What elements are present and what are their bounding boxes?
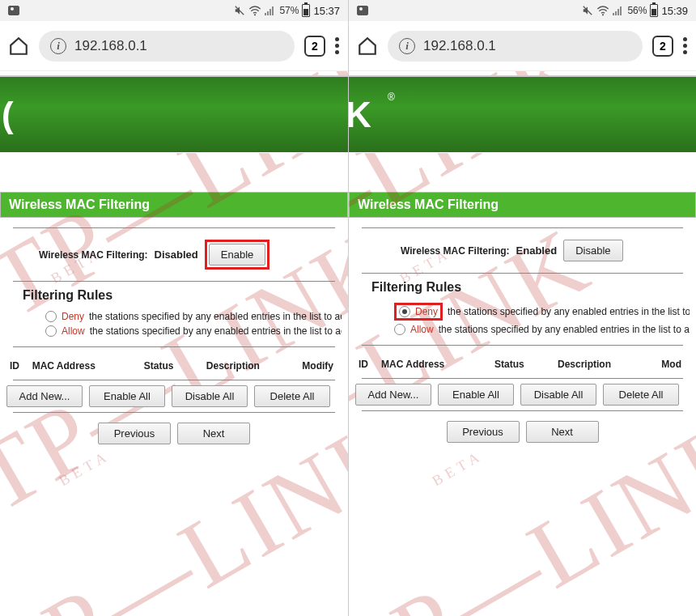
deny-word: Deny	[415, 306, 438, 317]
signal-icon	[613, 6, 624, 15]
logo-fragment: K	[349, 95, 371, 135]
wifi-icon	[248, 5, 261, 16]
allow-rule-row[interactable]: Allow the stations specified by any enab…	[6, 324, 342, 338]
section-title: Wireless MAC Filtering	[349, 192, 696, 218]
url-text: 192.168.0.1	[423, 38, 496, 54]
action-button-row: Add New... Enable All Disable All Delete…	[6, 380, 342, 412]
deny-rule-row[interactable]: Deny the stations specified by any enabl…	[355, 301, 690, 322]
router-header-band: (	[0, 75, 348, 153]
screenshot-left: 57% 15:37 i 192.168.0.1 2 TP—LINK BETA T…	[0, 0, 348, 616]
allow-radio[interactable]	[45, 325, 57, 337]
allow-rule-row[interactable]: Allow the stations specified by any enab…	[355, 322, 690, 337]
delete-all-button[interactable]: Delete All	[254, 385, 330, 407]
info-icon[interactable]: i	[50, 38, 66, 54]
next-button[interactable]: Next	[526, 421, 599, 443]
status-bar: 56% 15:39	[349, 0, 696, 21]
disable-all-button[interactable]: Disable All	[520, 384, 596, 406]
mac-filtering-status-row: Wireless MAC Filtering: Enabled Disable	[355, 228, 690, 273]
signal-icon	[265, 6, 276, 15]
more-icon[interactable]	[683, 37, 688, 54]
tab-count[interactable]: 2	[304, 36, 325, 57]
enable-all-button[interactable]: Enable All	[438, 384, 514, 406]
status-bar: 57% 15:37	[0, 0, 348, 21]
more-icon[interactable]	[335, 37, 340, 54]
router-page: TP—LINK BETA TP—LINK BETA TP—LINK K ® Wi…	[349, 71, 696, 616]
wifi-icon	[596, 5, 609, 16]
mute-icon	[234, 5, 245, 16]
pagination-row: Previous Next	[355, 411, 690, 452]
enable-highlight: Enable	[205, 240, 269, 270]
logo-reg-mark: ®	[388, 91, 395, 103]
allow-word: Allow	[410, 324, 434, 335]
deny-rule-row[interactable]: Deny the stations specified by any enabl…	[6, 309, 342, 324]
toggle-mac-filtering-button[interactable]: Disable	[563, 240, 622, 261]
col-description: Description	[206, 360, 302, 372]
filtering-rules-title: Filtering Rules	[6, 282, 342, 309]
allow-rest: the stations specified by any enabled en…	[439, 324, 690, 335]
status-label: Wireless MAC Filtering:	[401, 245, 510, 257]
delete-all-button[interactable]: Delete All	[603, 384, 679, 406]
deny-rest: the stations specified by any enabled en…	[89, 311, 342, 322]
logo-fragment: (	[2, 95, 14, 135]
browser-chrome: i 192.168.0.1 2	[349, 21, 696, 71]
col-status: Status	[494, 359, 558, 370]
pagination-row: Previous Next	[6, 413, 342, 454]
toggle-mac-filtering-button[interactable]: Enable	[209, 244, 265, 266]
col-id: ID	[10, 360, 32, 372]
deny-highlight: Deny	[394, 303, 443, 321]
add-new-button[interactable]: Add New...	[355, 384, 431, 406]
battery-icon	[650, 4, 658, 17]
tab-count[interactable]: 2	[652, 36, 673, 57]
allow-radio[interactable]	[394, 324, 405, 335]
deny-word: Deny	[62, 311, 84, 322]
address-bar[interactable]: i 192.168.0.1	[39, 31, 295, 62]
col-status: Status	[144, 360, 206, 372]
status-value: Disabled	[155, 249, 198, 261]
battery-pct: 56%	[627, 5, 647, 16]
col-description: Description	[558, 359, 655, 370]
clock: 15:37	[313, 5, 340, 17]
action-button-row: Add New... Enable All Disable All Delete…	[355, 379, 690, 410]
svg-point-3	[602, 14, 604, 15]
screenshot-right: 56% 15:39 i 192.168.0.1 2 TP—LINK BETA T…	[348, 0, 696, 616]
col-mac: MAC Address	[32, 360, 144, 372]
svg-point-1	[254, 14, 256, 15]
filtering-rules-title: Filtering Rules	[355, 274, 690, 301]
allow-rest: the stations specified by any enabled en…	[90, 325, 342, 337]
home-icon[interactable]	[8, 36, 29, 57]
previous-button[interactable]: Previous	[447, 421, 520, 443]
section-title: Wireless MAC Filtering	[0, 192, 348, 218]
col-modify: Modify	[302, 360, 338, 372]
next-button[interactable]: Next	[177, 423, 250, 444]
router-header-band: K ®	[349, 75, 696, 153]
gallery-icon	[357, 6, 368, 15]
deny-radio[interactable]	[45, 311, 57, 322]
col-modify: Mod	[655, 359, 686, 370]
deny-rest: the stations specified by any enabled en…	[448, 306, 690, 317]
disable-all-button[interactable]: Disable All	[172, 385, 248, 407]
url-text: 192.168.0.1	[74, 38, 147, 54]
battery-icon	[302, 4, 310, 17]
info-icon[interactable]: i	[399, 38, 415, 54]
mac-table-header: ID MAC Address Status Description Modify	[6, 347, 342, 380]
mac-filtering-status-row: Wireless MAC Filtering: Disabled Enable	[6, 228, 342, 281]
status-value: Enabled	[516, 244, 558, 257]
router-page: TP—LINK BETA TP—LINK BETA TP—LINK ( Wire…	[0, 71, 348, 616]
deny-radio[interactable]	[399, 306, 410, 317]
gallery-icon	[8, 6, 19, 15]
allow-word: Allow	[62, 325, 85, 337]
add-new-button[interactable]: Add New...	[6, 385, 83, 407]
previous-button[interactable]: Previous	[98, 423, 171, 444]
enable-all-button[interactable]: Enable All	[89, 385, 165, 407]
mute-icon	[582, 5, 593, 16]
home-icon[interactable]	[357, 36, 378, 57]
status-label: Wireless MAC Filtering:	[39, 249, 148, 261]
clock: 15:39	[661, 5, 688, 17]
mac-table-header: ID MAC Address Status Description Mod	[355, 346, 690, 378]
address-bar[interactable]: i 192.168.0.1	[388, 31, 643, 62]
battery-pct: 57%	[279, 5, 299, 16]
col-mac: MAC Address	[381, 359, 494, 370]
col-id: ID	[359, 359, 381, 370]
browser-chrome: i 192.168.0.1 2	[0, 21, 348, 71]
